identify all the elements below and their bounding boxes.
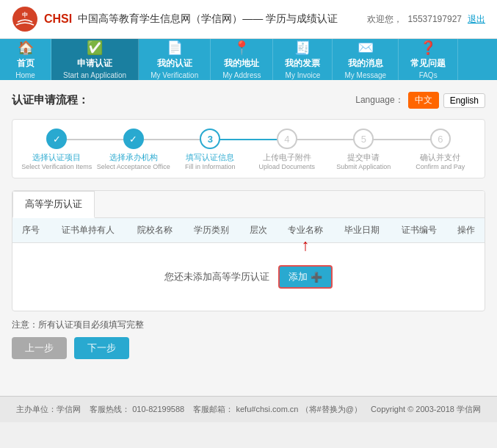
navigation-bar: 🏠 首页 Home ✅ 申请认证 Start an Application 📄 … [0,39,497,80]
footer-hotline-label: 客服热线： [90,405,130,413]
invoice-icon: 🧾 [294,40,311,56]
site-title: 中国高等教育学生信息网（学信网）—— 学历与成绩认证 [78,12,338,26]
nav-apply[interactable]: ✅ 申请认证 Start an Application [51,39,139,80]
table-header-row: 序号 证书单持有人 院校名称 学历类别 层次 专业名称 毕业日期 证书编号 操作 [12,218,485,243]
nav-home-cn: 首页 [17,57,35,70]
svg-text:中: 中 [22,12,28,18]
step-2-en: Select Acceptance Office [97,163,170,170]
step-5-cn: 提交申请 [347,152,380,163]
nav-address-cn: 我的地址 [224,57,259,70]
user-id: 15537197927 [408,14,462,24]
step-2-cn: 选择承办机构 [109,152,158,163]
col-holder: 证书单持有人 [49,218,126,243]
chsi-logo: 中 [12,6,38,32]
faq-icon: ❓ [420,40,436,56]
step-5-en: Submit Application [336,163,391,170]
step-3-cn: 填写认证信息 [186,152,234,163]
nav-my-address[interactable]: 📍 我的地址 My Address [211,39,273,80]
nav-message-cn: 我的消息 [348,57,383,70]
footer-email: kefu#chsi.com.cn [236,405,299,413]
address-icon: 📍 [233,40,250,56]
footer-email-note: （将#替换为@） [301,405,362,413]
note-text: 注意：所有认证项目必须填写完整 [12,319,485,331]
top-header: 中 CHSI 中国高等教育学生信息网（学信网）—— 学历与成绩认证 欢迎您， 1… [0,0,497,39]
lang-cn-button[interactable]: 中文 [408,92,439,109]
main-content: 认证申请流程： Language： 中文 English ✓ 选择认证项目 Se… [0,80,497,396]
footer-copyright: Copyright © 2003-2018 学信网 [371,405,481,413]
nav-my-message[interactable]: ✉️ 我的消息 My Message [333,39,399,80]
logo-area: 中 CHSI 中国高等教育学生信息网（学信网）—— 学历与成绩认证 [12,6,338,32]
nav-apply-cn: 申请认证 [77,57,112,70]
col-level: 层次 [240,218,277,243]
svg-point-0 [12,7,37,32]
step-1-circle: ✓ [46,129,67,149]
nav-apply-en: Start an Application [63,71,126,79]
message-icon: ✉️ [358,40,374,56]
top-right-area: 欢迎您， 15537197927 退出 [367,13,485,26]
step-3: 3 填写认证信息 Fill in Information [172,129,249,170]
apply-icon: ✅ [87,40,103,56]
step-6-en: Confirm and Pay [416,163,465,170]
footer-host: 主办单位：学信网 [16,405,81,413]
step-1-cn: 选择认证项目 [32,152,81,163]
footer-email-label: 客服邮箱： [193,405,233,413]
lang-en-button[interactable]: English [443,93,485,108]
col-grad-date: 毕业日期 [334,218,391,243]
logout-link[interactable]: 退出 [468,13,485,26]
add-cert-button[interactable]: 添加 ➕ [278,265,333,289]
red-arrow-icon: ↑ [302,237,310,253]
nav-my-verify[interactable]: 📄 我的认证 My Verification [139,39,211,80]
nav-invoice-cn: 我的发票 [285,57,320,70]
step-4: 4 上传电子附件 Upload Documents [249,129,326,170]
step-6-cn: 确认并支付 [420,152,460,163]
step-5: 5 提交申请 Submit Application [325,129,402,170]
empty-message: 您还未添加高等学历认证 [164,270,269,283]
step-2-circle: ✓ [123,129,144,149]
col-school: 院校名称 [126,218,184,243]
empty-row: 您还未添加高等学历认证 添加 ➕ ↑ [12,243,485,311]
nav-verify-en: My Verification [150,71,198,79]
nav-invoice-en: My Invoice [286,71,321,79]
nav-buttons: 上一步 下一步 [12,337,485,359]
add-btn-label: 添加 [289,270,308,283]
col-index: 序号 [12,218,49,243]
verify-icon: 📄 [167,40,183,56]
step-6: 6 确认并支付 Confirm and Pay [402,129,479,170]
prev-button[interactable]: 上一步 [12,337,67,359]
empty-cell: 您还未添加高等学历认证 添加 ➕ ↑ [12,243,485,311]
table-body: 您还未添加高等学历认证 添加 ➕ ↑ [12,243,485,311]
step-4-en: Upload Documents [258,163,315,170]
nav-home[interactable]: 🏠 首页 Home [0,39,51,80]
step-1: ✓ 选择认证项目 Select Verification Items [18,129,95,170]
nav-home-en: Home [15,71,35,79]
table-head: 序号 证书单持有人 院校名称 学历类别 层次 专业名称 毕业日期 证书编号 操作 [12,218,485,243]
home-icon: 🏠 [18,40,34,56]
process-title: 认证申请流程： [12,93,89,107]
tab-degree-cert[interactable]: 高等学历认证 [12,191,95,218]
nav-address-en: My Address [222,71,261,79]
step-3-circle: 3 [200,129,220,149]
logo-chsi-label: CHSI [44,12,72,26]
nav-faq-cn: 常见问题 [410,57,446,70]
footer: 主办单位：学信网 客服热线： 010-82199588 客服邮箱： kefu#c… [0,396,497,422]
data-table: 序号 证书单持有人 院校名称 学历类别 层次 专业名称 毕业日期 证书编号 操作… [12,218,485,311]
col-cert-num: 证书编号 [391,218,448,243]
next-button[interactable]: 下一步 [74,337,129,359]
welcome-text: 欢迎您， [367,13,402,26]
nav-my-invoice[interactable]: 🧾 我的发票 My Invoice [273,39,333,80]
step-4-circle: 4 [277,129,297,149]
nav-verify-cn: 我的认证 [157,57,192,70]
col-degree-type: 学历类别 [184,218,241,243]
step-6-circle: 6 [430,129,451,149]
step-2: ✓ 选择承办机构 Select Acceptance Office [95,129,173,170]
nav-faq[interactable]: ❓ 常见问题 FAQs [399,39,458,80]
col-action: 操作 [448,218,485,243]
nav-faq-en: FAQs [419,71,438,79]
empty-row-content: 您还未添加高等学历认证 添加 ➕ ↑ [20,265,477,289]
add-btn-icon: ➕ [311,272,322,283]
tab-container: 高等学历认证 序号 证书单持有人 院校名称 学历类别 层次 专业名称 毕业日期 … [12,190,485,311]
tab-header: 高等学历认证 [12,191,485,218]
step-5-circle: 5 [353,129,374,149]
steps-container: ✓ 选择认证项目 Select Verification Items ✓ 选择承… [12,119,485,178]
footer-hotline: 010-82199588 [132,405,184,413]
